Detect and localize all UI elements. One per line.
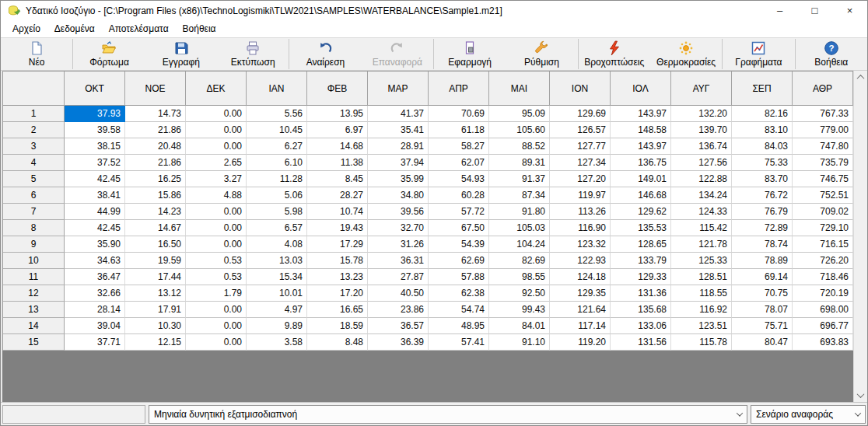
table-cell[interactable]: 15.86	[125, 187, 186, 204]
row-header[interactable]: 8	[3, 220, 65, 236]
table-cell[interactable]: 6.10	[247, 155, 307, 171]
table-cell[interactable]: 84.03	[732, 138, 793, 155]
menu-file[interactable]: Αρχείο	[5, 21, 47, 37]
settings-button[interactable]: Ρύθμιση	[506, 38, 577, 70]
table-cell[interactable]: 57.88	[429, 269, 489, 285]
table-cell[interactable]: 91.37	[489, 171, 550, 187]
rainfall-button[interactable]: Βροχοπτώσεις	[579, 38, 650, 70]
table-cell[interactable]: 82.16	[732, 106, 793, 122]
apply-button[interactable]: Εφαρμογή	[434, 38, 506, 70]
table-cell[interactable]: 16.65	[307, 302, 368, 318]
table-cell[interactable]: 9.89	[247, 318, 307, 334]
table-cell[interactable]: 146.68	[611, 187, 671, 204]
table-cell[interactable]: 0.00	[186, 138, 247, 155]
table-cell[interactable]: 126.57	[550, 122, 611, 138]
table-cell[interactable]: 16.50	[125, 236, 186, 253]
table-cell[interactable]: 105.03	[489, 220, 550, 236]
table-cell[interactable]: 76.79	[732, 204, 793, 220]
table-cell[interactable]: 105.60	[489, 122, 550, 138]
table-cell[interactable]: 121.78	[671, 236, 732, 253]
table-cell[interactable]: 10.45	[247, 122, 307, 138]
table-cell[interactable]: 23.86	[368, 302, 429, 318]
table-cell[interactable]: 80.47	[732, 334, 793, 351]
table-cell[interactable]: 0.00	[186, 302, 247, 318]
table-cell[interactable]: 13.95	[307, 106, 368, 122]
table-cell[interactable]: 82.69	[489, 253, 550, 269]
column-header[interactable]: ΟΚΤ	[65, 72, 125, 106]
table-cell[interactable]: 21.86	[125, 122, 186, 138]
table-cell[interactable]: 84.01	[489, 318, 550, 334]
table-cell[interactable]: 57.41	[429, 334, 489, 351]
table-cell[interactable]: 143.97	[611, 138, 671, 155]
evapotranspiration-dropdown[interactable]: Μηνιαία δυνητική εξατμισοδιαπνοή	[149, 405, 747, 424]
table-cell[interactable]: 69.14	[732, 269, 793, 285]
table-cell[interactable]: 67.50	[429, 220, 489, 236]
scenario-dropdown[interactable]: Σενάριο αναφοράς	[751, 405, 866, 424]
table-cell[interactable]: 89.31	[489, 155, 550, 171]
table-cell[interactable]: 32.70	[368, 220, 429, 236]
table-cell[interactable]: 6.97	[307, 122, 368, 138]
table-cell[interactable]: 131.36	[611, 285, 671, 302]
table-cell[interactable]: 134.24	[671, 187, 732, 204]
table-cell[interactable]: 75.33	[732, 155, 793, 171]
table-cell[interactable]: 78.07	[732, 302, 793, 318]
table-cell[interactable]: 38.15	[65, 138, 125, 155]
table-cell[interactable]: 0.00	[186, 236, 247, 253]
table-cell[interactable]: 122.93	[550, 253, 611, 269]
new-button[interactable]: Νέο	[1, 38, 72, 70]
table-cell[interactable]: 13.12	[125, 285, 186, 302]
table-cell[interactable]: 136.75	[611, 155, 671, 171]
table-cell[interactable]: 32.66	[65, 285, 125, 302]
table-cell[interactable]: 3.58	[247, 334, 307, 351]
table-cell[interactable]: 48.95	[429, 318, 489, 334]
table-cell[interactable]: 3.27	[186, 171, 247, 187]
table-cell[interactable]: 128.65	[611, 236, 671, 253]
table-cell[interactable]: 42.45	[65, 171, 125, 187]
table-cell[interactable]: 16.25	[125, 171, 186, 187]
selected-table-cell[interactable]: 37.93	[65, 106, 125, 122]
row-header[interactable]: 3	[3, 138, 65, 155]
row-header[interactable]: 10	[3, 253, 65, 269]
table-cell[interactable]: 70.75	[732, 285, 793, 302]
table-cell[interactable]: 44.99	[65, 204, 125, 220]
table-cell[interactable]: 5.06	[247, 187, 307, 204]
row-header[interactable]: 9	[3, 236, 65, 253]
table-cell[interactable]: 14.73	[125, 106, 186, 122]
table-cell[interactable]: 747.80	[793, 138, 853, 155]
table-cell[interactable]: 0.00	[186, 204, 247, 220]
table-cell[interactable]: 131.56	[611, 334, 671, 351]
table-cell[interactable]: 62.38	[429, 285, 489, 302]
table-cell[interactable]: 718.46	[793, 269, 853, 285]
table-cell[interactable]: 122.88	[671, 171, 732, 187]
table-cell[interactable]: 6.57	[247, 220, 307, 236]
scroll-up-arrow-icon[interactable]	[854, 71, 867, 84]
table-cell[interactable]: 135.68	[611, 302, 671, 318]
table-cell[interactable]: 117.14	[550, 318, 611, 334]
table-cell[interactable]: 5.56	[247, 106, 307, 122]
table-cell[interactable]: 143.97	[611, 106, 671, 122]
table-cell[interactable]: 95.09	[489, 106, 550, 122]
table-cell[interactable]: 54.93	[429, 171, 489, 187]
table-cell[interactable]: 62.07	[429, 155, 489, 171]
table-cell[interactable]: 17.29	[307, 236, 368, 253]
help-button[interactable]: ? Βοήθεια	[796, 38, 867, 70]
table-cell[interactable]: 119.97	[550, 187, 611, 204]
table-cell[interactable]: 78.89	[732, 253, 793, 269]
grid-corner-cell[interactable]	[3, 72, 65, 106]
table-cell[interactable]: 0.00	[186, 318, 247, 334]
table-cell[interactable]: 127.20	[550, 171, 611, 187]
table-cell[interactable]: 39.04	[65, 318, 125, 334]
table-cell[interactable]: 36.39	[368, 334, 429, 351]
table-cell[interactable]: 14.67	[125, 220, 186, 236]
table-cell[interactable]: 57.72	[429, 204, 489, 220]
table-cell[interactable]: 726.20	[793, 253, 853, 269]
table-cell[interactable]: 132.20	[671, 106, 732, 122]
table-cell[interactable]: 75.71	[732, 318, 793, 334]
table-cell[interactable]: 115.42	[671, 220, 732, 236]
table-cell[interactable]: 83.10	[732, 122, 793, 138]
row-header[interactable]: 1	[3, 106, 65, 122]
table-cell[interactable]: 4.97	[247, 302, 307, 318]
column-header[interactable]: ΙΟΝ	[550, 72, 611, 106]
table-cell[interactable]: 709.02	[793, 204, 853, 220]
table-cell[interactable]: 39.58	[65, 122, 125, 138]
